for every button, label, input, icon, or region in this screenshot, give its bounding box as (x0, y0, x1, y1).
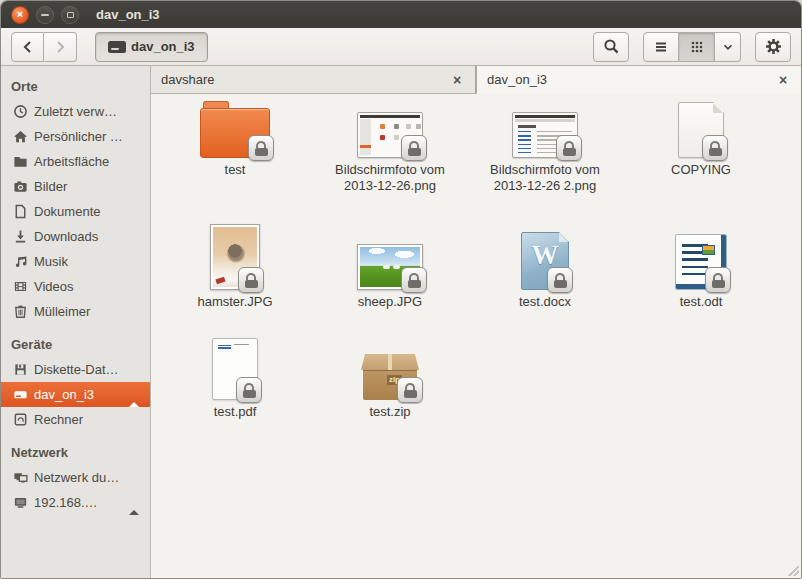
computer-icon (13, 412, 28, 427)
gear-button[interactable] (755, 32, 791, 62)
lock-emblem-icon (401, 135, 427, 161)
search-button[interactable] (593, 32, 629, 62)
trash-icon (13, 304, 28, 319)
sidebar-section-orte: Orte (1, 74, 150, 99)
location-label: dav_on_i3 (131, 39, 195, 54)
chevron-down-icon (721, 40, 735, 54)
sidebar-item-downloads[interactable]: Downloads (1, 224, 150, 249)
file-item-test-folder[interactable]: test (160, 100, 310, 178)
sidebar-item-diskette[interactable]: Diskette-Dat… (1, 357, 150, 382)
zip-archive-icon: zip (361, 354, 419, 400)
file-label: test (225, 162, 246, 178)
sidebar-item-netzwerk-durchsuchen[interactable]: Netzwerk du… (1, 465, 150, 490)
file-item-bildschirmfoto-1[interactable]: Bildschirmfoto vom 2013-12-26.png (315, 100, 465, 195)
sidebar-item-label: Musik (34, 254, 68, 269)
file-item-test-docx[interactable]: W test.docx (470, 222, 620, 310)
grid-view-icon (689, 39, 705, 55)
lock-emblem-icon (397, 377, 423, 403)
file-item-hamster-jpg[interactable]: hamster.JPG (160, 222, 310, 310)
eject-icon[interactable] (129, 387, 141, 402)
file-label: test.pdf (214, 404, 257, 420)
sidebar: Orte Zuletzt verw… Persönlicher … Arbeit… (1, 66, 151, 578)
drive-icon (108, 41, 126, 53)
forward-button[interactable] (44, 32, 77, 62)
text-file-icon (678, 102, 724, 158)
lock-emblem-icon (238, 267, 264, 293)
document-icon (13, 204, 28, 219)
file-label: hamster.JPG (197, 294, 272, 310)
sidebar-item-dokumente[interactable]: Dokumente (1, 199, 150, 224)
image-thumbnail-icon (512, 112, 578, 158)
eject-icon[interactable] (129, 495, 141, 510)
file-item-copying[interactable]: COPYING (626, 100, 776, 178)
sidebar-item-musik[interactable]: Musik (1, 249, 150, 274)
remote-computer-icon (13, 495, 28, 510)
folder-icon (200, 108, 270, 158)
tab-close-button[interactable]: × (775, 72, 791, 88)
download-icon (13, 229, 28, 244)
sidebar-item-label: Bilder (34, 179, 67, 194)
close-window-button[interactable]: × (11, 6, 29, 24)
location-button[interactable]: dav_on_i3 (95, 32, 208, 62)
sidebar-item-label: dav_on_i3 (34, 387, 94, 402)
sidebar-section-netzwerk: Netzwerk (1, 440, 150, 465)
image-thumbnail-icon (357, 112, 423, 158)
sidebar-item-rechner[interactable]: Rechner (1, 407, 150, 432)
sidebar-item-dav-on-i3[interactable]: dav_on_i3 (1, 382, 150, 407)
home-icon (13, 129, 28, 144)
sidebar-item-label: Downloads (34, 229, 98, 244)
sidebar-item-videos[interactable]: Videos (1, 274, 150, 299)
lock-emblem-icon (248, 135, 274, 161)
sidebar-item-bilder[interactable]: Bilder (1, 174, 150, 199)
resize-grip[interactable] (788, 565, 799, 576)
file-item-test-zip[interactable]: zip test.zip (315, 334, 465, 420)
camera-icon (13, 179, 28, 194)
sidebar-item-label: Persönlicher … (34, 129, 123, 144)
sidebar-item-muelleimer[interactable]: Mülleimer (1, 299, 150, 324)
file-item-sheep-jpg[interactable]: sheep.JPG (315, 222, 465, 310)
lock-emblem-icon (401, 267, 427, 293)
file-item-test-odt[interactable]: test.odt (626, 222, 776, 310)
sidebar-item-zuletzt-verwendet[interactable]: Zuletzt verw… (1, 99, 150, 124)
list-view-button[interactable] (643, 32, 679, 62)
file-label: Bildschirmfoto vom 2013-12-26.png (331, 162, 449, 195)
minimize-icon (41, 14, 49, 16)
maximize-window-button[interactable] (61, 6, 79, 24)
folder-icon (13, 154, 28, 169)
network-icon (13, 470, 28, 485)
photo-thumbnail-icon (210, 224, 260, 290)
view-options-button[interactable] (715, 32, 741, 62)
pdf-document-icon (212, 338, 258, 400)
tab-dav-on-i3[interactable]: dav_on_i3 × (476, 66, 801, 94)
sidebar-item-label: Dokumente (34, 204, 100, 219)
file-label: sheep.JPG (358, 294, 422, 310)
sidebar-section-geraete: Geräte (1, 332, 150, 357)
back-button[interactable] (11, 32, 44, 62)
toolbar: dav_on_i3 (1, 28, 801, 66)
lock-emblem-icon (702, 135, 728, 161)
maximize-icon (67, 12, 74, 18)
word-document-icon: W (521, 232, 569, 290)
minimize-window-button[interactable] (36, 6, 54, 24)
sidebar-item-persoenlicher-ordner[interactable]: Persönlicher … (1, 124, 150, 149)
tab-bar: davshare × dav_on_i3 × (151, 66, 801, 94)
main-panel: davshare × dav_on_i3 × test (151, 66, 801, 578)
back-icon (20, 39, 36, 55)
film-icon (13, 279, 28, 294)
list-view-icon (653, 39, 669, 55)
file-item-test-pdf[interactable]: test.pdf (160, 334, 310, 420)
file-item-bildschirmfoto-2[interactable]: Bildschirmfoto vom 2013-12-26 2.png (470, 100, 620, 195)
grid-view-button[interactable] (679, 32, 715, 62)
sidebar-item-192-168[interactable]: 192.168.… (1, 490, 150, 515)
lock-emblem-icon (556, 135, 582, 161)
sidebar-item-arbeitsflaeche[interactable]: Arbeitsfläche (1, 149, 150, 174)
tab-close-button[interactable]: × (449, 72, 465, 88)
close-icon: × (17, 9, 23, 20)
tab-davshare[interactable]: davshare × (151, 66, 476, 94)
file-label: test.docx (519, 294, 571, 310)
file-label: test.odt (680, 294, 723, 310)
titlebar[interactable]: × dav_on_i3 (1, 1, 801, 28)
sidebar-item-label: Arbeitsfläche (34, 154, 109, 169)
file-grid[interactable]: test Bildschirmfoto vom 2013-12-26.png (151, 94, 801, 578)
music-icon (13, 254, 28, 269)
